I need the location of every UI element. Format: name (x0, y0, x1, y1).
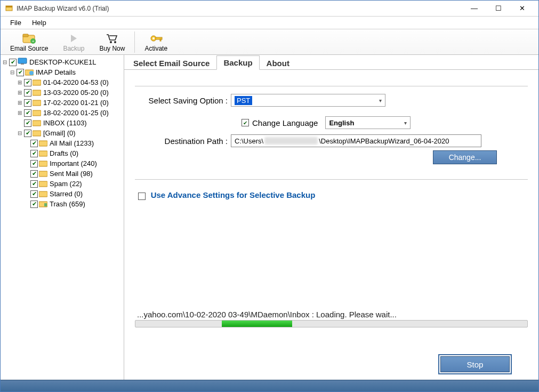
svg-rect-13 (18, 58, 27, 63)
svg-rect-21 (33, 121, 41, 126)
tool-label: Activate (144, 45, 167, 52)
checkbox[interactable]: ✔ (24, 130, 31, 137)
content: Select Email Source Backup About Select … (124, 55, 538, 380)
menu-file[interactable]: File (5, 18, 27, 28)
tree-imap-details[interactable]: IMAP Details (36, 68, 76, 76)
tree-gmail[interactable]: [Gmail] (0) (43, 129, 76, 137)
svg-rect-1 (6, 6, 12, 7)
svg-rect-20 (33, 110, 41, 116)
stop-button[interactable]: Stop (440, 356, 510, 372)
tree-item[interactable]: All Mail (1233) (50, 139, 94, 147)
expand-icon[interactable]: ⊞ (17, 110, 23, 116)
tree-item[interactable]: 18-02-2020 01-25 (0) (43, 109, 109, 117)
checkbox[interactable]: ✔ (9, 59, 17, 66)
saving-option-label: Select Saving Option : (135, 96, 231, 105)
window-title: IMAP Backup Wizard v6.0 (Trial) (17, 5, 462, 12)
svg-rect-12 (160, 39, 161, 41)
tree-item[interactable]: Drafts (0) (50, 149, 78, 157)
tree-inbox[interactable]: INBOX (1103) (43, 119, 87, 127)
tab-about[interactable]: About (260, 56, 296, 70)
folder-icon (33, 89, 41, 97)
folder-icon (33, 79, 41, 86)
tab-select-email-source[interactable]: Select Email Source (126, 56, 216, 70)
status-text: ...yahoo.com\10-02-2020 03-49\MDaemon\In… (135, 307, 528, 320)
svg-point-16 (29, 71, 34, 75)
collapse-icon[interactable]: ⊟ (9, 69, 15, 76)
svg-point-7 (110, 41, 112, 43)
folder-icon (39, 190, 47, 198)
svg-rect-25 (39, 161, 47, 166)
expand-icon[interactable]: ⊞ (17, 79, 23, 86)
change-language-checkbox[interactable]: ✔ (242, 119, 249, 126)
main: ⊟✔ DESKTOP-KCUKE1L ⊟✔ IMAP Details ⊞✔01-… (1, 55, 538, 380)
tree-item[interactable]: Spam (22) (50, 180, 82, 188)
svg-rect-27 (39, 181, 47, 187)
destination-suffix: \Desktop\IMAPBackupWizard_06-04-2020 (319, 137, 449, 145)
statusbar (1, 380, 538, 391)
checkbox[interactable]: ✔ (30, 180, 38, 188)
destination-path-input[interactable]: C:\Users\ \Desktop\IMAPBackupWizard_06-0… (231, 134, 481, 147)
svg-point-8 (114, 41, 116, 43)
chevron-down-icon: ▾ (404, 120, 407, 126)
checkbox[interactable]: ✔ (30, 150, 38, 157)
advance-settings-label[interactable]: Use Advance Settings for Selective Backu… (151, 190, 316, 199)
tree-item[interactable]: Sent Mail (98) (50, 170, 93, 178)
tree-item[interactable]: Important (240) (50, 159, 97, 167)
expand-icon[interactable]: ⊞ (17, 90, 23, 96)
svg-point-10 (152, 37, 155, 39)
checkbox[interactable]: ✔ (24, 109, 31, 117)
tree-item[interactable]: 17-02-2020 01-21 (0) (43, 99, 109, 107)
tool-buy-now[interactable]: Buy Now (92, 30, 132, 54)
tool-activate[interactable]: Activate (137, 30, 175, 54)
svg-rect-18 (33, 90, 41, 95)
expand-icon[interactable]: ⊞ (17, 100, 23, 106)
change-button[interactable]: Change... (433, 150, 497, 164)
tabs: Select Email Source Backup About (124, 55, 538, 70)
close-button[interactable]: ✕ (510, 1, 534, 16)
tool-label: Backup (63, 45, 84, 52)
saving-option-value: PST (235, 96, 252, 105)
tree-item[interactable]: Starred (0) (50, 190, 83, 198)
svg-rect-28 (39, 191, 47, 197)
tree-item[interactable]: 01-04-2020 04-53 (0) (43, 78, 109, 86)
tree-item[interactable]: 13-03-2020 05-20 (0) (43, 89, 109, 97)
svg-marker-6 (71, 35, 77, 42)
svg-rect-3 (23, 34, 28, 37)
divider (135, 179, 528, 180)
collapse-icon[interactable]: ⊟ (17, 130, 23, 137)
key-icon (149, 32, 163, 45)
checkbox[interactable]: ✔ (24, 79, 31, 86)
minimize-button[interactable]: — (462, 1, 486, 16)
saving-option-select[interactable]: PST ▾ (231, 94, 385, 107)
tree-root[interactable]: DESKTOP-KCUKE1L (29, 58, 96, 66)
checkbox[interactable]: ✔ (17, 69, 24, 76)
toolbar: + Email Source Backup Buy Now Activate (1, 29, 538, 55)
redacted-text (264, 137, 318, 145)
maximize-button[interactable]: ☐ (486, 1, 510, 16)
svg-rect-19 (33, 100, 41, 106)
tree-item[interactable]: Trash (659) (50, 200, 85, 208)
checkbox[interactable]: ✔ (30, 170, 38, 178)
advance-settings-checkbox[interactable] (138, 193, 146, 200)
svg-rect-23 (39, 141, 47, 146)
checkbox[interactable]: ✔ (24, 89, 31, 97)
menu-help[interactable]: Help (27, 18, 52, 28)
checkbox[interactable]: ✔ (30, 140, 38, 147)
checkbox[interactable]: ✔ (30, 201, 38, 208)
sidebar-tree[interactable]: ⊟✔ DESKTOP-KCUKE1L ⊟✔ IMAP Details ⊞✔01-… (1, 55, 124, 380)
app-icon (5, 4, 13, 13)
checkbox[interactable]: ✔ (24, 99, 31, 107)
tool-backup[interactable]: Backup (55, 30, 92, 54)
chevron-down-icon: ▾ (379, 98, 382, 103)
tab-backup[interactable]: Backup (216, 55, 259, 70)
svg-rect-24 (39, 151, 47, 156)
tool-email-source[interactable]: + Email Source (3, 30, 55, 54)
language-select[interactable]: English ▾ (325, 116, 411, 129)
checkbox[interactable]: ✔ (24, 119, 31, 127)
language-value: English (329, 119, 354, 127)
titlebar: IMAP Backup Wizard v6.0 (Trial) — ☐ ✕ (1, 1, 538, 17)
collapse-icon[interactable]: ⊟ (2, 59, 8, 66)
progress-fill (222, 321, 292, 327)
checkbox[interactable]: ✔ (30, 190, 38, 198)
checkbox[interactable]: ✔ (30, 160, 38, 167)
